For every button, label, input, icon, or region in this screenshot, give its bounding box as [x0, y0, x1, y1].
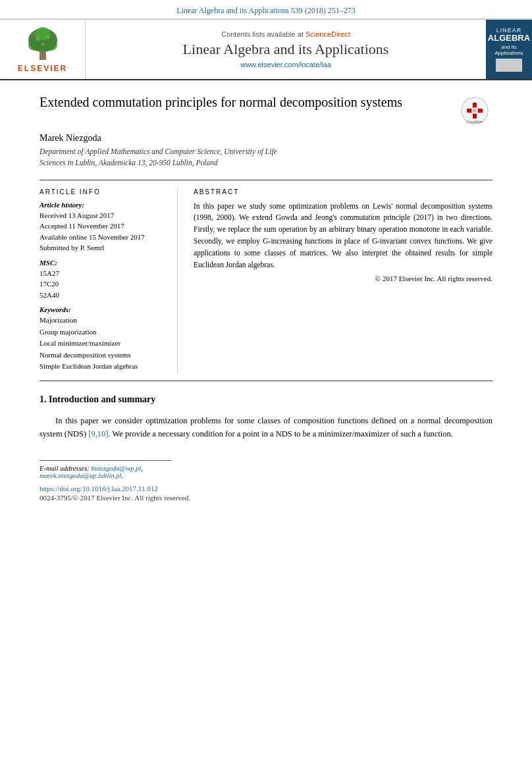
footnote-email: E-mail addresses: bniezgoda@wp.pl, marek… [40, 465, 171, 479]
history-subheading: Article history: [40, 201, 167, 209]
journal-header-bar: Linear Algebra and its Applications 539 … [0, 0, 532, 19]
keyword-1: Majorization [40, 315, 167, 327]
keyword-2: Group majorization [40, 327, 167, 338]
abstract-heading: Abstract [194, 188, 492, 196]
journal-badge: LINEAR ALGEBRA and its Applications [486, 20, 532, 79]
badge-image [496, 59, 522, 72]
received-date: Received 13 August 2017 [40, 210, 167, 221]
crossmark-icon: CrossMark [460, 96, 489, 125]
author-affiliation: Department of Applied Mathematics and Co… [40, 146, 492, 169]
keyword-3: Local minimizer/maximizer [40, 338, 167, 350]
svg-text:CrossMark: CrossMark [466, 120, 483, 124]
keyword-5: Simple Euclidean Jordan algebras [40, 361, 167, 373]
article-title-section: Extended commutation principles for norm… [40, 93, 492, 125]
journal-title-area: Contents lists available at ScienceDirec… [86, 20, 486, 79]
submitted-by: Submitted by P. Semrl [40, 242, 167, 253]
elsevier-logo-area: ELSEVIER [0, 20, 86, 79]
svg-point-7 [41, 43, 44, 45]
article-info-col: Article Info Article history: Received 1… [40, 188, 178, 373]
copyright-line: © 2017 Elsevier Inc. All rights reserved… [194, 275, 492, 282]
svg-point-3 [44, 40, 57, 51]
rights-line: 0024-3795/© 2017 Elsevier Inc. All right… [40, 494, 492, 502]
elsevier-label: ELSEVIER [18, 64, 67, 73]
journal-url: www.elsevier.com/locate/laa [240, 61, 331, 68]
article-title: Extended commutation principles for norm… [40, 93, 402, 111]
available-online-date: Available online 15 November 2017 [40, 232, 167, 243]
abstract-text: In this paper we study some optimization… [194, 201, 492, 271]
sciencedirect-link[interactable]: ScienceDirect [306, 30, 350, 38]
article-body: Extended commutation principles for norm… [0, 80, 532, 515]
section1-title: 1. Introduction and summary [40, 394, 492, 405]
abstract-col: Abstract In this paper we study some opt… [194, 188, 492, 373]
sciencedirect-line: Contents lists available at ScienceDirec… [221, 30, 350, 38]
doi-link[interactable]: https://doi.org/10.1016/j.laa.2017.11.01… [40, 485, 492, 492]
badge-sub: and its Applications [494, 44, 523, 56]
author-name: Marek Niezgoda [40, 133, 492, 144]
svg-rect-0 [40, 52, 46, 60]
svg-point-13 [473, 109, 477, 113]
svg-point-5 [36, 37, 40, 41]
footnote-area: E-mail addresses: bniezgoda@wp.pl, marek… [40, 460, 171, 479]
elsevier-tree-icon [16, 26, 69, 62]
msc-codes: 15A27 17C20 52A40 [40, 268, 167, 301]
keyword-4: Normal decomposition systems [40, 350, 167, 361]
article-info-heading: Article Info [40, 188, 167, 196]
publisher-header: ELSEVIER Contents lists available at Sci… [0, 19, 532, 80]
journal-ref-link[interactable]: Linear Algebra and its Applications 539 … [176, 6, 356, 15]
reference-link-9-10[interactable]: [9,10] [88, 429, 108, 438]
svg-point-6 [46, 36, 49, 40]
keywords-subheading: Keywords: [40, 305, 167, 313]
accepted-date: Accepted 11 November 2017 [40, 221, 167, 232]
two-col-section: Article Info Article history: Received 1… [40, 180, 492, 381]
msc-subheading: MSC: [40, 259, 167, 267]
section1-paragraph1: In this paper we consider optimization p… [40, 414, 492, 440]
svg-point-2 [28, 40, 41, 51]
email-link-1[interactable]: bniezgoda@wp.pl [91, 465, 141, 472]
badge-algebra: ALGEBRA [488, 34, 530, 43]
crossmark-badge[interactable]: CrossMark [456, 96, 492, 125]
email-link-2[interactable]: marek.niezgoda@up.lublin.pl [40, 472, 121, 479]
journal-main-title: Linear Algebra and its Applications [183, 41, 389, 58]
